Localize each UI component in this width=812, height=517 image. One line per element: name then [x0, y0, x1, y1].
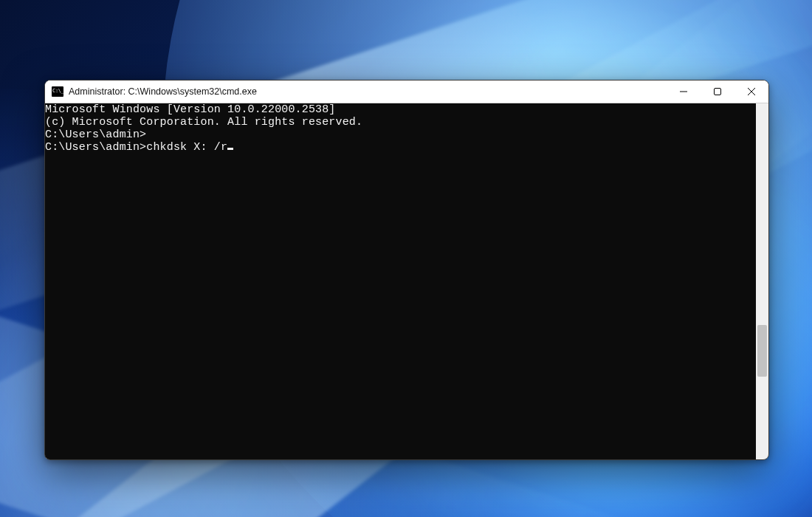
- cmd-window[interactable]: Administrator: C:\Windows\system32\cmd.e…: [44, 80, 769, 460]
- console-area: Microsoft Windows [Version 10.0.22000.25…: [45, 103, 768, 459]
- prompt-line: C:\Users\admin>: [45, 129, 756, 141]
- titlebar[interactable]: Administrator: C:\Windows\system32\cmd.e…: [45, 81, 768, 103]
- maximize-button[interactable]: [701, 81, 734, 103]
- console-output[interactable]: Microsoft Windows [Version 10.0.22000.25…: [45, 103, 756, 459]
- window-title: Administrator: C:\Windows\system32\cmd.e…: [69, 86, 667, 97]
- close-icon: [748, 88, 755, 95]
- prompt-text: C:\Users\admin>: [45, 141, 146, 154]
- minimize-button[interactable]: [667, 81, 701, 103]
- vertical-scrollbar[interactable]: [756, 103, 768, 459]
- scrollbar-thumb[interactable]: [757, 325, 767, 377]
- banner-line: (c) Microsoft Corporation. All rights re…: [45, 116, 756, 129]
- close-button[interactable]: [734, 81, 768, 103]
- banner-line: Microsoft Windows [Version 10.0.22000.25…: [45, 103, 756, 116]
- cmd-icon: [52, 86, 63, 97]
- svg-rect-0: [680, 92, 687, 92]
- minimize-icon: [680, 88, 687, 95]
- current-prompt-line[interactable]: C:\Users\admin>chkdsk X: /r: [45, 141, 756, 154]
- window-controls: [667, 81, 768, 103]
- maximize-icon: [714, 88, 721, 95]
- svg-rect-1: [715, 89, 721, 95]
- text-cursor: [227, 148, 233, 150]
- typed-command: chkdsk X: /r: [146, 141, 227, 154]
